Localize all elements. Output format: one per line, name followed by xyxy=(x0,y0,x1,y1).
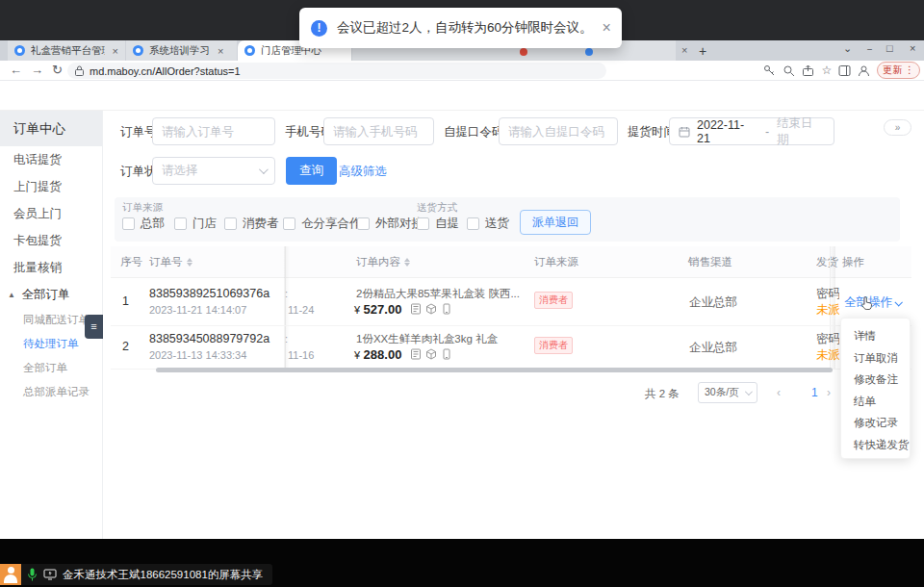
checkbox-external[interactable]: 外部对接 xyxy=(357,216,424,232)
delivery-method-label: 送货方式 xyxy=(417,201,457,215)
lock-icon xyxy=(75,65,84,76)
new-tab-button[interactable]: + xyxy=(699,43,706,59)
checkbox-label: 自提 xyxy=(435,216,459,232)
all-actions-dropdown[interactable]: 全部操作 xyxy=(844,294,901,311)
all-actions-label: 全部操作 xyxy=(844,294,892,311)
checkbox-icon[interactable] xyxy=(224,217,237,230)
dispatch-return-button[interactable]: 派单退回 xyxy=(520,210,591,235)
menu-item-details[interactable]: 详情 xyxy=(841,325,910,347)
window-maximize-button[interactable]: □ xyxy=(886,42,893,54)
checkbox-hq[interactable]: 总部 xyxy=(122,216,165,232)
sidebar-item-door-pickup[interactable]: 上门提货 xyxy=(0,173,102,200)
sort-icon[interactable] xyxy=(404,258,410,267)
checkbox-label: 送货 xyxy=(485,216,509,232)
checkbox-consumer[interactable]: 消费者 xyxy=(224,216,279,232)
package-icon[interactable] xyxy=(425,303,437,315)
url-input[interactable]: md.maboy.cn/AllOrder?status=1 xyxy=(67,63,606,79)
cell-content: 2份精品大果85苹果礼盒装 陕西... xyxy=(356,287,520,301)
table-row[interactable]: 1 83859389251069376a 2023-11-21 14:14:07… xyxy=(111,278,911,326)
checkbox-self-pickup[interactable]: 自提 xyxy=(417,216,459,232)
col-order-no[interactable]: 订单号 xyxy=(149,255,192,269)
current-page-number[interactable]: 1 xyxy=(811,386,818,399)
checkbox-icon[interactable] xyxy=(417,217,429,230)
advanced-filter-link[interactable]: 高级筛选 xyxy=(339,164,387,180)
checkbox-icon[interactable] xyxy=(283,217,295,230)
menu-item-close-order[interactable]: 结单 xyxy=(841,391,910,413)
checkbox-icon[interactable] xyxy=(357,217,370,230)
sidebar-item-member-visit[interactable]: 会员上门 xyxy=(0,200,102,227)
screen-share-bar: 金禾通技术王斌18662591081的屏幕共享 xyxy=(21,564,272,585)
checkbox-icon[interactable] xyxy=(467,217,479,230)
tab-close-icon[interactable]: × xyxy=(113,45,118,57)
next-page-button[interactable]: › xyxy=(827,386,831,399)
phone-input[interactable] xyxy=(323,117,434,145)
window-menu-icon[interactable]: ⌄ xyxy=(843,42,852,55)
sidebar-item-all-orders[interactable]: 全部订单 xyxy=(0,356,102,380)
page-size-select[interactable]: 30条/页 xyxy=(698,382,757,403)
order-no-input[interactable] xyxy=(152,117,275,145)
checkbox-label: 总部 xyxy=(141,216,165,232)
prev-page-button[interactable]: ‹ xyxy=(777,386,781,399)
browser-tab-2[interactable]: 系统培训学习 × xyxy=(126,40,237,61)
menu-item-cancel-order[interactable]: 订单取消 xyxy=(841,347,910,370)
sidebar-group-all-orders[interactable]: ▲ 全部订单 xyxy=(0,281,102,308)
drawer-toggle-handle[interactable]: ≡ xyxy=(85,315,103,339)
sidebar-item-batch-verify[interactable]: 批量核销 xyxy=(0,254,102,281)
checkbox-icon[interactable] xyxy=(122,217,135,230)
share-bar-text: 金禾通技术王斌18662591081的屏幕共享 xyxy=(63,568,263,582)
forward-icon[interactable]: → xyxy=(31,63,43,77)
table-row[interactable]: 2 83859345088979792a 2023-11-13 14:33:34… xyxy=(111,326,911,370)
window-close-button[interactable]: × xyxy=(910,42,915,54)
order-status-select[interactable]: 请选择 xyxy=(152,157,275,185)
col-index: 序号 xyxy=(120,255,142,269)
zoom-icon[interactable] xyxy=(783,64,795,77)
search-button[interactable]: 查询 xyxy=(286,157,337,185)
bookmark-star-icon[interactable]: ☆ xyxy=(821,64,832,77)
sidebar-item-cardbag-pickup[interactable]: 卡包提货 xyxy=(0,227,102,254)
tab-title: 系统培训学习 xyxy=(149,44,210,58)
menu-item-to-express[interactable]: 转快递发货 xyxy=(841,434,910,456)
profile-icon[interactable] xyxy=(858,64,870,77)
checkbox-label: 仓分享合作 xyxy=(301,216,362,232)
cell-dispatch-status: 未派 xyxy=(816,302,839,319)
chrome-update-button[interactable]: 更新 ⋮ xyxy=(877,62,920,79)
order-no-label: 订单号 xyxy=(120,124,157,140)
pickup-code-label: 自提口令码 xyxy=(444,124,504,140)
pagination: 共 2 条 30条/页 ‹ 1 › xyxy=(103,382,911,405)
back-icon[interactable]: ← xyxy=(10,63,22,77)
checkbox-deliver[interactable]: 送货 xyxy=(467,216,509,232)
col-content[interactable]: 订单内容 xyxy=(356,255,410,269)
cell-order-time: 2023-11-13 14:33:34 xyxy=(149,349,246,361)
cell-pickup-date: 11-24 xyxy=(288,304,314,316)
receipt-icon[interactable] xyxy=(410,303,422,315)
collapse-filters-button[interactable]: » xyxy=(884,119,911,136)
col-delivery: 发货 xyxy=(816,255,839,269)
tab-close-icon[interactable]: × xyxy=(681,44,687,56)
reload-icon[interactable]: ↻ xyxy=(52,63,63,77)
window-minimize-button[interactable]: － xyxy=(864,42,875,57)
side-panel-icon[interactable] xyxy=(838,64,851,77)
checkbox-icon[interactable] xyxy=(174,217,187,230)
key-icon[interactable] xyxy=(763,64,776,77)
order-source-label: 订单来源 xyxy=(122,201,163,215)
phone-icon[interactable] xyxy=(441,303,452,315)
horizontal-scrollbar-thumb[interactable] xyxy=(156,368,833,372)
menu-item-edit-records[interactable]: 修改记录 xyxy=(841,412,910,434)
checkbox-warehouse-share[interactable]: 仓分享合作 xyxy=(283,216,362,232)
receipt-icon[interactable] xyxy=(410,348,422,360)
checkbox-store[interactable]: 门店 xyxy=(174,216,217,232)
pickup-code-input[interactable] xyxy=(499,117,618,145)
package-icon[interactable] xyxy=(425,348,437,360)
toast-close-icon[interactable]: × xyxy=(603,19,611,37)
tab-close-icon[interactable]: × xyxy=(218,45,223,57)
phone-icon[interactable] xyxy=(441,348,452,360)
browser-tab-1[interactable]: 礼盒营销平台管理中心 × xyxy=(8,40,125,61)
microphone-icon xyxy=(27,568,38,581)
menu-item-edit-remark[interactable]: 修改备注 xyxy=(841,369,910,391)
sidebar-item-hq-dispatch-records[interactable]: 总部派单记录 xyxy=(0,380,102,404)
sidebar-item-phone-pickup[interactable]: 电话提货 xyxy=(0,146,102,173)
date-range-picker[interactable]: 2022-11-21 - 结束日期 xyxy=(669,117,834,145)
sort-icon[interactable] xyxy=(187,258,192,267)
share-icon[interactable] xyxy=(802,64,814,77)
cell-index: 1 xyxy=(122,294,129,308)
